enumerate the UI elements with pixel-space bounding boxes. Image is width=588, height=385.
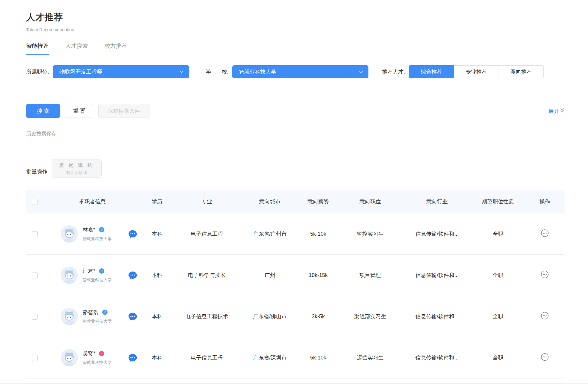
city-cell: 广东省/佛山市 <box>241 313 299 320</box>
school-select-value: 智就业科技大学 <box>239 68 276 75</box>
history-search-label: 历史搜索保存: <box>26 130 565 137</box>
row-checkbox[interactable] <box>32 231 38 237</box>
table-row: 林嘉* ♂ 智就业科技大学 本科 电子信息工程 广东省/广州市 5k-10k 监… <box>26 213 565 255</box>
candidate-name[interactable]: 吴贤* <box>83 351 95 357</box>
segment-major-recommend[interactable]: 专业推荐 <box>454 65 499 78</box>
batch-operations-row: 批量操作 发 起 邀 约 剩余次数: 0 <box>26 159 565 178</box>
tab-talent-search[interactable]: 人才搜索 <box>65 42 88 55</box>
segment-comprehensive-recommend[interactable]: 综合推荐 <box>409 65 454 78</box>
double-chevron-down-icon <box>560 108 565 114</box>
chat-bubble-icon[interactable] <box>128 353 137 362</box>
candidate-cell: 汪君* ♂ 智就业科技大学 <box>43 267 141 284</box>
school-select[interactable]: 智就业科技大学 <box>232 65 368 78</box>
search-actions-row: 搜 索 重 置 保存搜索条件 展开 <box>26 104 565 118</box>
segment-intention-recommend[interactable]: 意向推荐 <box>499 65 544 78</box>
select-all-checkbox[interactable] <box>32 199 38 205</box>
chat-bubble-icon[interactable] <box>128 271 137 280</box>
position-select-value: 物联网开发工程师 <box>59 68 102 75</box>
job-type-cell: 全职 <box>471 272 525 279</box>
tab-bar: 智能推荐 人才搜索 校方推荐 <box>26 42 565 55</box>
candidate-name[interactable]: 汪君* <box>83 268 95 274</box>
male-icon: ♂ <box>99 268 104 274</box>
candidate-info: 吴贤* ♀ 智就业科技大学 <box>83 350 112 365</box>
table-row: 吴贤* ♀ 智就业科技大学 本科 电子信息工程 广东省/深圳市 5k-10k 运… <box>26 337 565 378</box>
education-cell: 本科 <box>141 354 173 361</box>
candidate-cell: 骆智浩 ♂ 智就业科技大学 <box>43 308 141 325</box>
search-button[interactable]: 搜 索 <box>26 104 60 118</box>
chevron-down-icon <box>179 71 184 73</box>
candidate-avatar[interactable] <box>61 308 78 325</box>
row-checkbox[interactable] <box>32 272 38 278</box>
job-type-cell: 全职 <box>471 230 525 237</box>
page-subtitle: Talent Recommendation <box>26 27 565 32</box>
candidate-name[interactable]: 林嘉* <box>83 227 95 233</box>
column-header: 意向城市 <box>241 198 299 205</box>
city-cell: 广东省/深圳市 <box>241 354 299 361</box>
salary-cell: 5k-10k <box>299 231 338 237</box>
more-actions-icon[interactable] <box>541 312 549 320</box>
industry-cell: 信息传输/软件和... <box>403 313 471 320</box>
column-header: 专业 <box>173 198 241 205</box>
job-type-cell: 全职 <box>471 313 525 320</box>
talent-segmented-control: 综合推荐 专业推荐 意向推荐 <box>409 65 544 78</box>
tab-school-recommend[interactable]: 校方推荐 <box>105 42 127 55</box>
city-cell: 广州 <box>241 272 299 279</box>
major-cell: 电子信息工程 <box>173 230 241 237</box>
avatar-illustration <box>61 267 78 284</box>
more-actions-icon[interactable] <box>541 229 549 237</box>
candidate-info: 汪君* ♂ 智就业科技大学 <box>83 267 112 283</box>
position-filter-label: 所属职位: <box>26 68 49 75</box>
avatar-illustration <box>61 225 78 243</box>
candidate-avatar[interactable] <box>61 225 78 243</box>
male-icon: ♂ <box>102 310 108 315</box>
position-cell: 渠道部实习生 <box>338 313 403 320</box>
send-invitation-button[interactable]: 发 起 邀 约 剩余次数: 0 <box>52 159 102 178</box>
major-cell: 电子科学与技术 <box>173 272 241 279</box>
city-cell: 广东省/广州市 <box>241 230 299 237</box>
school-filter-label: 学 校: <box>206 68 228 75</box>
row-checkbox[interactable] <box>32 355 38 361</box>
job-type-cell: 全职 <box>471 354 525 361</box>
candidate-info: 林嘉* ♂ 智就业科技大学 <box>83 226 112 242</box>
tab-smart-recommend[interactable]: 智能推荐 <box>26 42 49 55</box>
candidates-table: 求职者信息学历专业意向城市意向薪资意向职位意向行业期望职位性质操作 林嘉* ♂ … <box>26 190 565 378</box>
candidate-school: 智就业科技大学 <box>83 360 112 365</box>
expand-link[interactable]: 展开 <box>548 107 565 115</box>
reset-button[interactable]: 重 置 <box>65 104 93 118</box>
batch-operations-label: 批量操作 <box>26 168 48 178</box>
table-row: 汪君* ♂ 智就业科技大学 本科 电子科学与技术 广州 10k-15k 项目管理… <box>26 255 565 296</box>
avatar-illustration <box>61 308 78 325</box>
column-header: 求职者信息 <box>43 198 141 205</box>
save-search-button[interactable]: 保存搜索条件 <box>98 104 149 118</box>
column-header: 意向职位 <box>338 198 403 205</box>
chat-bubble-icon[interactable] <box>128 312 137 321</box>
expand-label: 展开 <box>548 107 559 115</box>
chat-bubble-icon[interactable] <box>128 229 137 239</box>
column-header: 操作 <box>525 198 565 205</box>
row-checkbox[interactable] <box>32 314 38 320</box>
more-actions-icon[interactable] <box>541 270 549 278</box>
candidate-school: 智就业科技大学 <box>83 236 112 242</box>
candidate-avatar[interactable] <box>61 349 78 366</box>
candidate-cell: 林嘉* ♂ 智就业科技大学 <box>43 225 141 243</box>
industry-cell: 信息传输/软件和... <box>403 272 471 279</box>
talent-filter-label: 推荐人才: <box>382 68 405 75</box>
invite-remaining-count: 剩余次数: 0 <box>66 170 87 175</box>
salary-cell: 5k-10k <box>299 355 338 361</box>
more-actions-icon[interactable] <box>541 353 549 361</box>
position-cell: 监控实习生 <box>338 230 403 237</box>
divider <box>155 111 544 111</box>
position-cell: 运营实习生 <box>338 354 403 361</box>
table-row: 骆智浩 ♂ 智就业科技大学 本科 电子信息工程技术 广东省/佛山市 3k-5k … <box>26 296 565 337</box>
filter-row: 所属职位: 物联网开发工程师 学 校: 智就业科技大学 推荐人才: 综合推荐 专… <box>26 65 565 78</box>
talent-recommendation-page: 人才推荐 Talent Recommendation 智能推荐 人才搜索 校方推… <box>0 0 588 385</box>
industry-cell: 信息传输/软件和... <box>403 230 471 237</box>
column-header: 学历 <box>141 198 173 205</box>
position-select[interactable]: 物联网开发工程师 <box>53 65 189 78</box>
candidate-avatar[interactable] <box>61 267 78 284</box>
column-header: 意向薪资 <box>299 198 338 205</box>
table-body: 林嘉* ♂ 智就业科技大学 本科 电子信息工程 广东省/广州市 5k-10k 监… <box>26 213 565 378</box>
candidate-name[interactable]: 骆智浩 <box>83 309 99 315</box>
divider <box>0 383 588 384</box>
column-header: 期望职位性质 <box>471 198 525 205</box>
